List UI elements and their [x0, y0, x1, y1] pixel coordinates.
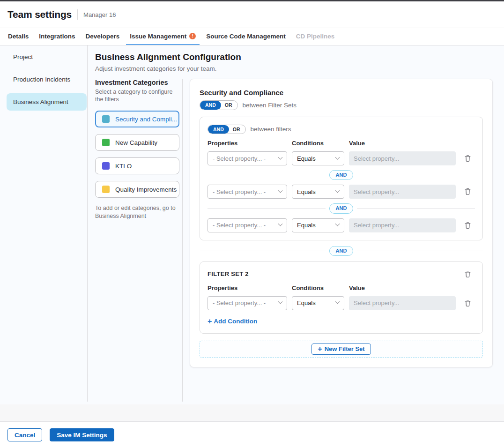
action-footer: Cancel Save IM Settings: [0, 421, 504, 448]
filter-row: - Select property... - Equals: [208, 151, 475, 165]
section-subheading: Adjust investment categories for your te…: [95, 65, 504, 72]
property-select[interactable]: - Select property... -: [208, 296, 287, 310]
toggle-suffix: between filters: [251, 126, 291, 133]
page-subtitle: Manager 16: [83, 11, 116, 18]
filters-panel: Security and Compliance AND OR between F…: [190, 79, 493, 367]
save-im-settings-button[interactable]: Save IM Settings: [50, 428, 114, 441]
categories-description: Select a category to configure the filte…: [95, 89, 176, 103]
condition-connector: AND: [208, 170, 475, 180]
categories-title: Investment Categories: [95, 79, 179, 86]
filter-set-title: FILTER SET 2: [208, 269, 249, 277]
plus-icon: [208, 318, 212, 325]
filter-set-2: FILTER SET 2 Properties Conditions Value: [200, 261, 483, 334]
chevron-down-icon: [278, 188, 283, 193]
condition-connector: AND: [208, 203, 475, 213]
add-condition-button[interactable]: Add Condition: [208, 318, 257, 325]
filter-row: - Select property... - Equals: [208, 185, 475, 199]
tab-developers[interactable]: Developers: [82, 28, 124, 45]
filter-set-1: AND OR between filters Properties Condit…: [200, 117, 483, 240]
panel-title: Security and Compliance: [200, 89, 483, 97]
and-connector-pill: AND: [329, 246, 354, 256]
new-filter-set-button[interactable]: New Filter Set: [311, 343, 371, 355]
filters-panel-wrap: Security and Compliance AND OR between F…: [183, 79, 504, 402]
chevron-down-icon: [335, 155, 340, 159]
delete-condition-button[interactable]: [463, 187, 472, 196]
condition-select[interactable]: Equals: [292, 218, 344, 232]
toggle-suffix: between Filter Sets: [243, 102, 297, 109]
filters-and-or-toggle[interactable]: AND OR: [208, 125, 246, 134]
property-select[interactable]: - Select property... -: [208, 218, 287, 232]
category-security-and-compliance[interactable]: Security and Compli...: [95, 111, 179, 127]
trash-icon: [464, 270, 471, 278]
value-input[interactable]: [349, 218, 456, 232]
trash-icon: [464, 188, 471, 195]
delete-condition-button[interactable]: [463, 299, 472, 308]
filter-set-connector: AND: [200, 246, 483, 256]
plus-icon: [318, 345, 322, 353]
column-header-properties: Properties: [208, 140, 287, 147]
value-input[interactable]: [349, 185, 456, 199]
value-input[interactable]: [349, 151, 456, 165]
trash-icon: [464, 222, 471, 229]
category-ktlo[interactable]: KTLO: [95, 157, 179, 174]
page-header: Team settings Manager 16: [0, 1, 504, 28]
filter-row: - Select property... - Equals: [208, 218, 475, 232]
column-header-value: Value: [349, 140, 456, 147]
condition-select[interactable]: Equals: [292, 151, 344, 165]
and-connector-pill: AND: [329, 170, 354, 180]
settings-tabbar: Details Integrations Developers Issue Ma…: [0, 28, 504, 45]
trash-icon: [464, 155, 471, 162]
category-color-swatch: [102, 139, 110, 146]
title-divider: [77, 9, 78, 20]
category-color-swatch: [102, 162, 110, 170]
property-select[interactable]: - Select property... -: [208, 151, 287, 165]
sidebar-item-business-alignment[interactable]: Business Alignment: [7, 93, 87, 111]
sidebar-item-project[interactable]: Project: [0, 48, 87, 66]
business-alignment-section: Business Alignment Configuration Adjust …: [88, 45, 504, 402]
chevron-down-icon: [278, 155, 283, 159]
page-title: Team settings: [7, 9, 72, 20]
cancel-button[interactable]: Cancel: [7, 428, 42, 441]
category-color-swatch: [102, 115, 110, 123]
sidebar-item-production-incidents[interactable]: Production Incidents: [0, 71, 87, 88]
column-header-value: Value: [349, 284, 456, 291]
and-connector-pill: AND: [329, 203, 354, 213]
category-color-swatch: [102, 186, 110, 193]
column-header-conditions: Conditions: [292, 140, 344, 147]
tab-issue-management[interactable]: Issue Management !: [126, 28, 200, 45]
alert-icon: !: [189, 33, 196, 39]
category-quality-improvements[interactable]: Quality Improvements: [95, 181, 179, 198]
column-header-properties: Properties: [208, 284, 287, 291]
delete-condition-button[interactable]: [463, 221, 472, 230]
condition-select[interactable]: Equals: [292, 185, 344, 199]
toggle-or[interactable]: OR: [229, 125, 245, 134]
investment-categories-column: Investment Categories Select a category …: [95, 79, 183, 402]
category-new-capability[interactable]: New Capability: [95, 134, 179, 151]
column-header-conditions: Conditions: [292, 284, 344, 291]
property-select[interactable]: - Select property... -: [208, 185, 287, 199]
delete-filter-set-button[interactable]: [463, 269, 472, 279]
condition-select[interactable]: Equals: [292, 296, 344, 310]
chevron-down-icon: [335, 222, 340, 226]
filter-sets-and-or-toggle[interactable]: AND OR: [200, 100, 238, 110]
categories-footnote: To add or edit categories, go to Busines…: [95, 204, 179, 220]
toggle-or[interactable]: OR: [221, 101, 237, 110]
tab-cd-pipelines: CD Pipelines: [292, 28, 339, 45]
chevron-down-icon: [335, 188, 340, 193]
filter-row: - Select property... - Equals: [208, 296, 475, 310]
tab-source-code-management[interactable]: Source Code Management: [202, 28, 289, 45]
tab-integrations[interactable]: Integrations: [35, 28, 79, 45]
delete-condition-button[interactable]: [463, 154, 472, 163]
chevron-down-icon: [278, 299, 283, 304]
settings-sidebar: Project Production Incidents Business Al…: [0, 45, 88, 402]
section-heading: Business Alignment Configuration: [95, 52, 504, 62]
chevron-down-icon: [335, 299, 340, 304]
page-bottom-gap: [0, 404, 504, 421]
tab-details[interactable]: Details: [4, 28, 32, 45]
new-filter-set-dropzone: New Filter Set: [200, 341, 483, 358]
toggle-and[interactable]: AND: [208, 125, 229, 134]
value-input[interactable]: [349, 296, 456, 310]
toggle-and[interactable]: AND: [200, 101, 221, 110]
chevron-down-icon: [278, 222, 283, 226]
trash-icon: [464, 299, 471, 307]
